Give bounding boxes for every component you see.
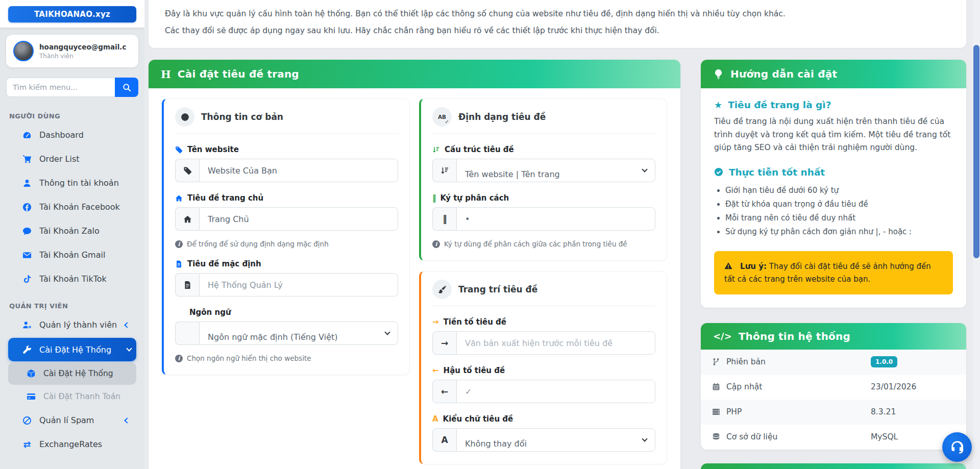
field-label: Ngôn ngữ (189, 308, 231, 317)
spellcheck-icon: AB ✓ (432, 107, 452, 127)
helper-text: Ký tự dùng để phân cách giữa các phần tr… (444, 240, 627, 248)
row-label: Phiên bản (726, 357, 871, 366)
guide-best-title: Thực tiễn tốt nhất (729, 167, 825, 178)
font-style-select[interactable]: Không thay đổi (456, 428, 655, 452)
sidebar-item-exchange-rates[interactable]: ⇄ ExchangeRates (8, 432, 136, 456)
suffix-input[interactable] (456, 380, 655, 403)
chevron-down-icon (642, 436, 647, 442)
section-label-admin: QUẢN TRỊ VIÊN (9, 302, 135, 310)
sidebar-item-label: ExchangeRates (39, 439, 131, 449)
sidebar-item-gmail[interactable]: Tài Khoản Gmail (8, 243, 136, 267)
star-icon: ★ (714, 100, 722, 110)
home-title-input[interactable] (199, 207, 398, 231)
font-style-select-value: Không thay đổi (465, 439, 527, 449)
user-meta: hoangquyceo@gmail.c Thành viên (39, 43, 127, 60)
field-label: Kiểu chữ tiêu đề (443, 414, 513, 424)
sidebar-item-zalo[interactable]: Tài Khoản Zalo (8, 219, 136, 243)
tiktok-icon (22, 275, 32, 284)
warning-strong: Lưu ý: (740, 262, 767, 271)
sidebar-item-system-settings[interactable]: Cài Đặt Hệ Thống (8, 338, 136, 361)
version-badge: 1.0.0 (871, 356, 897, 367)
system-row-version: Phiên bản 1.0.0 (701, 350, 966, 375)
field-label: Tiêu đề mặc định (187, 259, 261, 268)
sidebar-item-tiktok[interactable]: Tài Khoản TikTok (8, 267, 136, 291)
sidebar-subitem-system-settings[interactable]: Cài Đặt Hệ Thống (8, 362, 136, 385)
sidebar-item-dashboard[interactable]: Dashboard (8, 123, 136, 147)
grip-lines-icon: ‖ (432, 193, 436, 203)
sidebar-item-label: Cài Đặt Hệ Thống (43, 369, 131, 378)
sidebar-item-account-info[interactable]: Thông tin tài khoản (8, 171, 136, 195)
best-practices-list: Giới hạn tiêu đề dưới 60 ký tự Đặt từ kh… (725, 184, 953, 239)
user-gear-icon (22, 320, 32, 330)
intro-line-2: Các thay đổi sẽ được áp dụng ngay sau kh… (165, 24, 950, 38)
sidebar-item-spam[interactable]: Quản lí Spam (8, 408, 136, 432)
user-email: hoangquyceo@gmail.c (39, 43, 127, 51)
language-select-value: Ngôn ngữ mặc định (Tiếng Việt) (208, 332, 338, 342)
system-row-database: Cơ sở dữ liệu MySQL (701, 425, 966, 450)
info-icon: i (175, 240, 183, 248)
sidebar-item-label: Quản lý thành viên (39, 320, 118, 330)
list-item: Đặt từ khóa quan trọng ở đầu tiêu đề (725, 198, 953, 211)
section-label-users: NGƯỜI DÙNG (9, 112, 135, 120)
row-value: 8.3.21 (871, 407, 955, 416)
sidebar-item-facebook[interactable]: Tài Khoản Facebook (8, 195, 136, 219)
title-format-section: AB ✓ Định dạng tiêu đề Cấu trúc tiêu đề (419, 98, 667, 261)
sort-amount-icon (432, 146, 440, 154)
dashboard-icon (22, 131, 32, 140)
language-select[interactable]: Ngôn ngữ mặc định (Tiếng Việt) (199, 322, 398, 345)
tag-icon (183, 166, 192, 175)
sidebar-item-label: Dashboard (39, 130, 131, 140)
row-label: PHP (726, 407, 871, 416)
field-label: Tên website (187, 145, 239, 154)
arrow-right-icon: → (432, 331, 456, 355)
sidebar-item-manage-members[interactable]: Quản lý thành viên (8, 313, 136, 337)
main-content: Đây là khu vực quản lý cấu hình toàn hệ … (144, 0, 980, 469)
sidebar: TAIKHOANAO.xyz hoangquyceo@gmail.c Thành… (0, 0, 144, 469)
list-item: Sử dụng ký tự phân cách đơn giản như |, … (725, 225, 953, 239)
database-icon (712, 433, 720, 441)
default-title-input[interactable] (199, 273, 398, 297)
row-value: MySQL (871, 432, 955, 441)
logo-button[interactable]: TAIKHOANAO.xyz (8, 6, 136, 22)
section-title: Định dạng tiêu đề (458, 112, 546, 122)
sidebar-subitem-payment-settings[interactable]: Cài Đặt Thanh Toán (8, 385, 136, 408)
field-label: Tiêu đề trang chủ (187, 193, 263, 203)
comment-icon (22, 227, 32, 236)
scrollbar-track[interactable] (973, 0, 980, 469)
headset-icon (950, 440, 964, 454)
title-settings-header: H Cài đặt tiêu đề trang (149, 60, 680, 88)
list-item: Mỗi trang nên có tiêu đề duy nhất (725, 211, 953, 225)
arrow-left-icon: ← (432, 366, 439, 375)
file-icon (175, 260, 183, 268)
search-icon (122, 83, 131, 92)
support-button[interactable] (942, 432, 972, 462)
sidebar-item-label: Cài Đặt Hệ Thống (39, 345, 120, 355)
language-icon: AZ (175, 308, 185, 316)
language-icon: AZ (183, 329, 192, 337)
heading-icon: H (161, 68, 171, 81)
system-info-header: </> Thông tin hệ thống (701, 323, 966, 350)
user-icon (22, 179, 32, 188)
warning-alert: Lưu ý: Thay đổi cài đặt tiêu đề sẽ ảnh h… (714, 251, 953, 294)
separator-input[interactable] (456, 207, 655, 231)
guide-question-title: Tiêu đề trang là gì? (728, 100, 831, 110)
field-label: Ký tự phân cách (440, 193, 509, 203)
code-icon: </> (713, 331, 732, 341)
search-button[interactable] (115, 78, 138, 97)
site-name-input[interactable] (199, 159, 398, 182)
title-structure-select[interactable]: Tên website | Tên trang (456, 159, 655, 182)
sidebar-item-label: Cài Đặt Thanh Toán (43, 392, 131, 401)
server-icon (712, 408, 720, 416)
prefix-input[interactable] (456, 331, 655, 355)
user-card[interactable]: hoangquyceo@gmail.c Thành viên (6, 35, 138, 67)
sidebar-item-label: Tài Khoản Facebook (39, 202, 131, 212)
search-input[interactable] (6, 78, 115, 97)
intro-card: Đây là khu vực quản lý cấu hình toàn hệ … (149, 0, 966, 48)
title-settings-card: H Cài đặt tiêu đề trang Thông tin cơ (149, 60, 680, 469)
chevron-down-icon (126, 345, 132, 351)
sidebar-item-label: Quản lí Spam (39, 415, 118, 425)
guide-header: Hướng dẫn cài đặt (701, 60, 966, 88)
facebook-icon (22, 203, 32, 212)
sidebar-item-order-list[interactable]: Order List (8, 147, 136, 171)
scrollbar-thumb[interactable] (973, 45, 979, 258)
